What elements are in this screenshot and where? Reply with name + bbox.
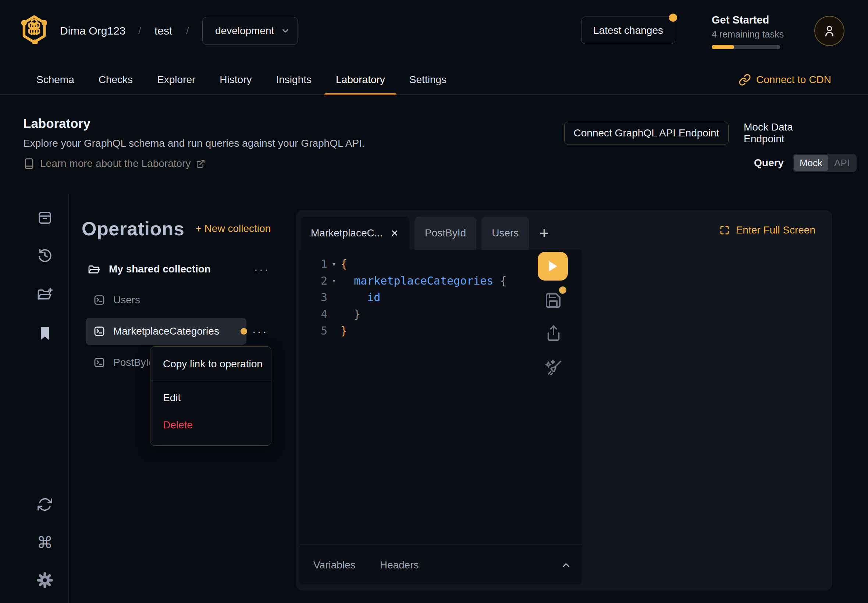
menu-divider	[150, 380, 271, 381]
get-started-title: Get Started	[712, 14, 792, 26]
notification-dot	[669, 14, 677, 22]
new-tab-button[interactable]: +	[534, 216, 554, 250]
add-collection-panel-button[interactable]	[34, 284, 55, 305]
learn-more-link[interactable]: Learn more about the Laboratory	[23, 158, 205, 170]
learn-more-label: Learn more about the Laboratory	[40, 158, 190, 170]
progress-fill	[712, 45, 734, 49]
collapse-panel-button[interactable]	[560, 560, 572, 571]
operation-label: MarketplaceCategories	[113, 325, 219, 337]
fold-caret[interactable]: ▾	[327, 260, 340, 268]
code-token: }	[340, 324, 347, 337]
nav-tab-settings[interactable]: Settings	[398, 65, 458, 95]
enter-full-screen-button[interactable]: Enter Full Screen	[719, 219, 815, 241]
variant-select[interactable]: development	[202, 17, 298, 45]
operation-item-marketplacecategories[interactable]: MarketplaceCategories···	[86, 318, 246, 345]
user-avatar[interactable]	[814, 16, 845, 46]
code-line: 4 }	[299, 306, 538, 323]
close-tab-icon[interactable]	[390, 229, 399, 238]
connect-to-cdn-link[interactable]: Connect to CDN	[738, 65, 831, 95]
documentation-panel-button[interactable]	[34, 207, 55, 228]
code-token: {	[340, 257, 347, 270]
latest-changes-button[interactable]: Latest changes	[581, 17, 675, 44]
graph-nav: SchemaChecksExplorerHistoryInsightsLabor…	[0, 65, 868, 95]
nav-tab-explorer[interactable]: Explorer	[145, 65, 207, 95]
code-editor-area[interactable]: 1▾{2▾ marketplaceCategories {3 id4 }5}	[299, 255, 538, 339]
breadcrumb-org[interactable]: Dima Org123	[60, 25, 125, 37]
history-panel-button[interactable]	[34, 245, 55, 266]
chevron-down-icon	[281, 26, 290, 36]
new-collection-button[interactable]: + New collection	[196, 223, 271, 235]
prettify-button[interactable]	[542, 358, 564, 379]
editor-tab-bar: + MarketplaceC... PostByIdUsers	[300, 216, 554, 250]
operations-header: Operations + New collection	[82, 216, 271, 241]
operation-label: Users	[113, 294, 140, 306]
context-menu-item-copy-link-to-operation[interactable]: Copy link to operation	[150, 350, 271, 377]
save-icon	[544, 292, 562, 309]
mock-endpoint-label: Mock Data Endpoint	[744, 121, 836, 145]
saved-operations-panel-button[interactable]	[34, 323, 55, 344]
collection-my-shared-collection[interactable]: My shared collection ···	[86, 259, 262, 279]
context-menu-item-delete[interactable]: Delete	[150, 411, 271, 439]
connect-graphql-endpoint-button[interactable]: Connect GraphQL API Endpoint	[564, 122, 729, 144]
operation-editor: 1▾{2▾ marketplaceCategories {3 id4 }5}	[299, 250, 582, 585]
editor-tab-marketplacec[interactable]: MarketplaceC...	[300, 216, 409, 250]
query-mode-api[interactable]: API	[828, 155, 856, 171]
share-operation-button[interactable]	[544, 323, 563, 343]
keyboard-shortcuts-button[interactable]: ⌘	[34, 532, 55, 553]
code-token: marketplaceCategories	[354, 274, 493, 287]
code-line: 2▾ marketplaceCategories {	[299, 272, 538, 289]
get-started-widget[interactable]: Get Started 4 remaining tasks	[712, 14, 792, 49]
run-query-button[interactable]	[538, 252, 568, 281]
save-operation-button[interactable]	[543, 290, 563, 311]
line-number: 4	[299, 308, 327, 321]
query-mode-mock[interactable]: Mock	[794, 155, 828, 171]
query-label: Query	[754, 157, 784, 169]
book-icon	[23, 158, 34, 170]
code-token: {	[493, 274, 506, 287]
folder-plus-icon	[37, 286, 53, 302]
context-menu-item-edit[interactable]: Edit	[150, 384, 271, 411]
folder-open-icon	[88, 263, 101, 275]
line-number: 3	[299, 291, 327, 304]
nav-tab-laboratory[interactable]: Laboratory	[324, 65, 396, 95]
panel-tab-headers[interactable]: Headers	[380, 559, 419, 571]
settings-button[interactable]	[34, 570, 55, 591]
operation-menu-button[interactable]: ···	[252, 324, 268, 339]
latest-changes-label: Latest changes	[593, 25, 663, 36]
share-upload-icon	[545, 324, 562, 342]
fold-caret[interactable]: ▾	[327, 276, 340, 285]
page-description: Explore your GraphQL schema and run quer…	[23, 138, 365, 149]
operation-label: PostById	[113, 357, 155, 368]
nav-tab-checks[interactable]: Checks	[87, 65, 144, 95]
fullscreen-icon	[719, 225, 730, 236]
apollo-graphos-logo	[21, 15, 47, 44]
operation-item-users[interactable]: Users	[86, 286, 246, 314]
mock-data-endpoint-button[interactable]: Mock Data Endpoint	[744, 122, 836, 144]
gear-icon	[37, 572, 53, 588]
nav-tab-schema[interactable]: Schema	[25, 65, 86, 95]
operation-terminal-icon	[93, 325, 105, 337]
variables-headers-bar: VariablesHeaders	[299, 545, 582, 585]
nav-tab-insights[interactable]: Insights	[265, 65, 323, 95]
graphos-studio-app: Dima Org123 / test / development Latest …	[0, 0, 868, 603]
command-icon: ⌘	[37, 533, 53, 552]
person-icon	[822, 24, 836, 38]
sync-icon	[37, 497, 53, 512]
editor-tab-postbyid[interactable]: PostById	[415, 216, 476, 250]
refresh-schema-button[interactable]	[34, 494, 55, 515]
editor-tab-users[interactable]: Users	[481, 216, 529, 250]
nav-tabs: SchemaChecksExplorerHistoryInsightsLabor…	[25, 65, 458, 95]
get-started-progressbar	[712, 45, 780, 49]
laboratory-workspace-panel: + MarketplaceC... PostByIdUsers Enter Fu…	[296, 210, 832, 591]
enter-full-screen-label: Enter Full Screen	[736, 224, 815, 236]
collection-menu-button[interactable]: ···	[254, 262, 269, 277]
get-started-subtitle: 4 remaining tasks	[712, 29, 792, 40]
breadcrumb-separator: /	[186, 25, 189, 37]
breadcrumb-graph[interactable]: test	[155, 25, 172, 37]
unsaved-changes-dot	[559, 286, 566, 294]
line-number: 5	[299, 324, 327, 337]
panel-tab-variables[interactable]: Variables	[313, 559, 356, 571]
history-clock-icon	[37, 248, 53, 263]
external-link-icon	[196, 159, 205, 169]
nav-tab-history[interactable]: History	[208, 65, 263, 95]
